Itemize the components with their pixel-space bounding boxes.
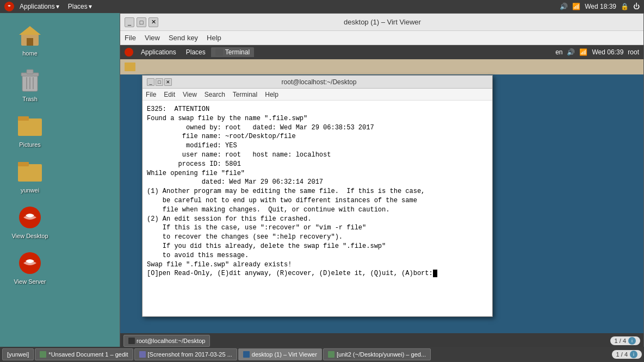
svg-rect-11 [18,116,29,121]
desktop-icon-home[interactable]: home [5,18,54,60]
virt-menu-help[interactable]: Help [207,34,221,42]
screenshot-icon [139,351,146,358]
terminal-maximize[interactable]: □ [156,78,163,86]
terminal-window-controls: _ □ ✕ [146,78,172,86]
svg-rect-10 [18,118,42,136]
view-server-icon [17,250,43,276]
vm-folder-icon-small [125,63,135,71]
virt-menu-file[interactable]: File [125,34,136,42]
term-menu-view[interactable]: View [183,91,197,98]
places-menu[interactable]: Places ▾ [65,2,95,11]
virt-viewer-menubar: File View Send key Help [120,31,643,45]
terminal-cursor [433,270,437,277]
minimize-button[interactable]: _ [125,17,134,27]
vm-lang: en [555,48,562,56]
redhat-logo [4,2,14,11]
svg-rect-6 [27,70,33,74]
terminal-line: If this is the case, use ":recover" or "… [147,223,488,233]
svg-rect-13 [18,162,29,166]
vm-redhat-logo [125,48,133,57]
terminal-minimize[interactable]: _ [147,78,154,86]
desktop-icon-view-desktop[interactable]: View Desktop [5,201,54,242]
terminal-line: owned by: root dated: Wed Mar 29 06:38:5… [147,123,488,133]
taskbar-item-unit2[interactable]: [unit2 (~/Desktop/yunwei) – ged... [323,348,431,360]
taskbar-item-gedit[interactable]: *Unsaved Document 1 – gedit [35,348,133,360]
term-menu-help[interactable]: Help [265,91,278,98]
virt-menu-view[interactable]: View [145,34,160,42]
unit2-icon [328,351,335,358]
terminal-titlebar: _ □ ✕ root@localhost:~/Desktop [143,76,492,89]
term-menu-terminal[interactable]: Terminal [233,91,257,98]
terminal-line: E325: ATTENTION [147,105,488,114]
virt-menu-sendkey[interactable]: Send key [169,34,198,42]
network-icon[interactable]: 📶 [572,3,580,10]
trash-icon [17,67,43,93]
lock-icon[interactable]: 🔒 [621,3,629,10]
terminal-line: to avoid this message. [147,251,488,260]
terminal-line: file name: ~root/Desktop/file [147,132,488,141]
view-desktop-label: View Desktop [11,233,48,239]
terminal-close[interactable]: ✕ [164,78,172,86]
virt-viewer-window: _ □ ✕ desktop (1) – Virt Viewer File Vie… [120,13,644,349]
desktop-icon-yunwei[interactable]: yunwei [5,155,54,197]
terminal-lines: E325: ATTENTIONFound a swap file by the … [147,105,488,278]
desktop: home Trash Pictures [0,13,120,362]
yunwei-icon-label: yunwei [21,187,39,194]
desktop-icon-pictures[interactable]: Pictures [5,110,54,151]
svg-marker-2 [19,26,41,35]
terminal-menubar: File Edit View Search Terminal Help [143,89,492,101]
vm-info-icon: i [628,337,636,345]
vm-terminal-tab[interactable]: Terminal [211,47,254,57]
vm-display[interactable]: Applications Places Terminal en 🔊 📶 Wed … [120,45,643,348]
taskbar-item-yunwei[interactable]: [yunwei] [2,348,34,360]
vm-places-menu[interactable]: Places [182,47,210,57]
svg-rect-12 [18,164,42,182]
vm-terminal-icon [128,338,135,344]
virt-viewer-title: desktop (1) – Virt Viewer [158,18,606,26]
view-server-label: View Server [14,278,46,285]
vm-topbar-left: Applications Places Terminal [125,47,254,57]
pictures-icon-label: Pictures [19,141,41,148]
vm-user: root [628,48,639,56]
term-menu-edit[interactable]: Edit [164,91,175,98]
volume-icon[interactable]: 🔊 [560,3,568,10]
vm-topbar-right: en 🔊 📶 Wed 06:39 root [555,48,639,56]
maximize-button[interactable]: □ [137,17,146,27]
terminal-line: user name: root host name: localhost [147,151,488,160]
trash-icon-label: Trash [22,96,38,102]
topbar-left: Applications ▾ Places ▾ [4,2,95,11]
vm-applications-menu[interactable]: Applications [137,47,181,57]
taskbar-page-indicator: 1 / 4 i [612,350,642,359]
close-button[interactable]: ✕ [148,17,158,27]
terminal-line: (1) Another program may be editing the s… [147,187,488,196]
terminal-line: modified: YES [147,141,488,151]
vm-clock: Wed 06:39 [592,48,623,56]
virt-viewer-titlebar: _ □ ✕ desktop (1) – Virt Viewer [120,14,643,31]
terminal-line: process ID: 5801 [147,160,488,169]
clock: Wed 18:39 [585,3,616,10]
applications-menu[interactable]: Applications ▾ [16,2,63,11]
bottom-taskbar: [yunwei] *Unsaved Document 1 – gedit [Sc… [0,347,644,362]
terminal-line: [O]pen Read-Only, (E)dit anyway, (R)ecov… [147,269,488,278]
taskbar-item-virtviewer[interactable]: desktop (1) – Virt Viewer [238,348,322,360]
term-menu-search[interactable]: Search [205,91,225,98]
terminal-content[interactable]: E325: ATTENTIONFound a swap file by the … [143,101,492,316]
taskbar-item-screenshot[interactable]: [Screenshot from 2017-03-25 ... [134,348,237,360]
terminal-line: file when making changes. Quit, or conti… [147,205,488,215]
yunwei-folder-icon [17,159,43,185]
desktop-icon-trash[interactable]: Trash [5,64,54,105]
home-icon-label: home [22,50,38,57]
vm-task-terminal[interactable]: root@localhost:~/Desktop [123,335,210,347]
virt-viewer-taskbar-icon [243,351,250,358]
pictures-icon [17,113,43,139]
taskbar-right: 1 / 4 i [612,350,642,359]
power-icon[interactable]: ⏻ [633,3,640,10]
terminal-line: Swap file ".file.swp" already exists! [147,260,488,270]
desktop-icon-view-server[interactable]: View Server [5,247,54,288]
term-menu-file[interactable]: File [146,91,156,98]
terminal-line: to recover the changes (see ":help recov… [147,233,488,242]
topbar-right: 🔊 📶 Wed 18:39 🔒 ⏻ [560,3,640,10]
vm-folder-bar [120,59,643,74]
system-topbar: Applications ▾ Places ▾ 🔊 📶 Wed 18:39 🔒 … [0,0,644,13]
terminal-window[interactable]: _ □ ✕ root@localhost:~/Desktop File Edit… [142,75,493,317]
